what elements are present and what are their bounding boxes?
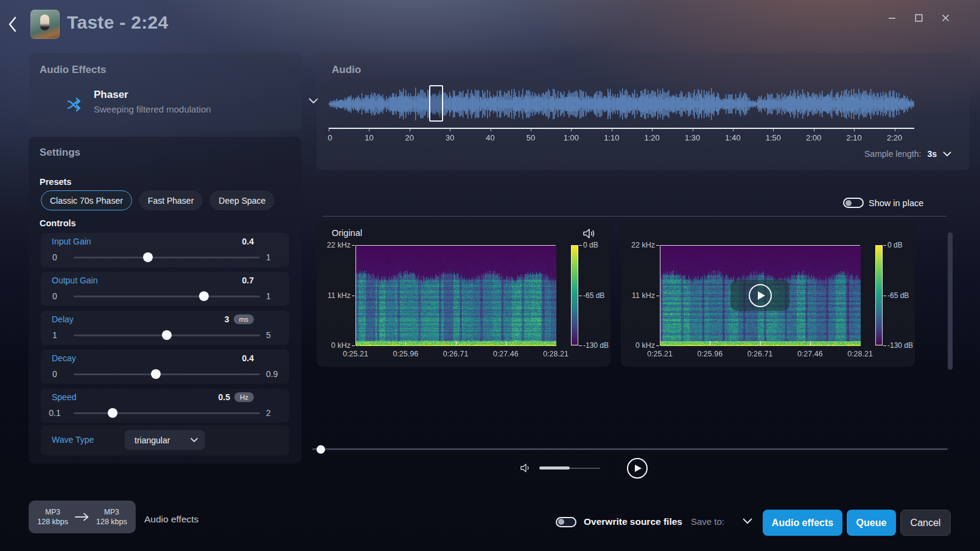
- target-bitrate: 128 kbps: [96, 517, 127, 527]
- slider-min-label: 0: [41, 291, 69, 301]
- slider-value: 0.4: [242, 353, 254, 363]
- slider-track[interactable]: [74, 373, 260, 375]
- freq-tick-label: 22 kHz: [320, 241, 351, 249]
- presets-row: Classic 70s PhaserFast PhaserDeep Space: [41, 190, 275, 210]
- freq-tick-mark: [656, 245, 659, 246]
- db-tick-mark: [579, 345, 582, 346]
- slider-track[interactable]: [74, 412, 260, 414]
- db-tick-mark: [883, 345, 886, 346]
- freq-tick-label: 11 kHz: [320, 291, 351, 300]
- db-tick-mark: [579, 245, 582, 246]
- time-tick-mark: [814, 129, 814, 131]
- freq-tick-label: 22 kHz: [625, 241, 655, 249]
- volume-rest: [570, 468, 600, 469]
- toggle-knob: [845, 200, 852, 206]
- slider-label: Input Gain: [52, 237, 91, 246]
- spec-time-tick-label: 0:28.21: [847, 350, 873, 358]
- slider-card-decay: Decay0.400.9: [41, 350, 289, 384]
- time-tick-mark: [491, 129, 491, 131]
- time-tick-label: 1:40: [725, 133, 740, 142]
- preset-button-classic-70s-phaser[interactable]: Classic 70s Phaser: [41, 190, 132, 210]
- audio-effects-button[interactable]: Audio effects: [763, 510, 842, 536]
- slider-track[interactable]: [74, 296, 260, 297]
- preview-volume-button[interactable]: [581, 227, 597, 242]
- time-tick-mark: [652, 129, 653, 131]
- db-tick-label: 0 dB: [583, 241, 614, 249]
- progress-thumb[interactable]: [317, 445, 325, 454]
- overwrite-label: Overwrite source files: [584, 516, 682, 527]
- slider-thumb[interactable]: [108, 408, 117, 418]
- source-format-name: MP3: [37, 507, 68, 517]
- slider-label: Speed: [52, 392, 76, 402]
- sample-length-label: Sample length:: [864, 149, 921, 159]
- slider-max-label: 5: [266, 330, 289, 340]
- close-button[interactable]: [936, 9, 954, 27]
- slider-label: Output Gain: [52, 276, 98, 285]
- chevron-down-icon: [943, 151, 951, 157]
- save-to-select[interactable]: [741, 516, 754, 527]
- speaker-icon: [583, 228, 596, 239]
- time-tick-mark: [329, 129, 329, 131]
- spec-time-tick-mark: [710, 341, 710, 345]
- overwrite-toggle[interactable]: [556, 517, 576, 527]
- slider-min-label: 0: [41, 369, 69, 379]
- back-button[interactable]: [4, 15, 22, 35]
- slider-value: 3: [225, 314, 229, 324]
- db-tick-label: -130 dB: [887, 341, 918, 350]
- waveform-canvas[interactable]: [329, 81, 914, 127]
- wave-type-select[interactable]: triangular: [125, 430, 205, 450]
- close-icon: [942, 14, 950, 22]
- preset-button-deep-space[interactable]: Deep Space: [209, 190, 275, 210]
- spec-time-tick-label: 0:25.21: [647, 350, 673, 358]
- slider-max-label: 1: [266, 252, 289, 262]
- phaser-shuffle-icon: [66, 95, 85, 114]
- slider-track[interactable]: [74, 334, 260, 336]
- play-button[interactable]: [627, 458, 648, 479]
- db-tick-mark: [883, 245, 886, 246]
- volume-control: [511, 455, 609, 481]
- toggle-knob: [558, 519, 564, 525]
- time-tick-label: 10: [365, 133, 373, 142]
- slider-card-delay: Delay3ms15: [41, 311, 289, 345]
- slider-thumb[interactable]: [143, 252, 153, 262]
- db-tick-label: -130 dB: [583, 341, 614, 350]
- preset-button-fast-phaser[interactable]: Fast Phaser: [139, 190, 203, 210]
- minimize-button[interactable]: [883, 9, 901, 27]
- slider-value: 0.4: [242, 237, 254, 246]
- show-in-place-toggle[interactable]: [843, 198, 864, 208]
- volume-slider[interactable]: [539, 466, 600, 470]
- cancel-button[interactable]: Cancel: [900, 510, 951, 536]
- play-icon: [749, 284, 772, 307]
- time-tick-label: 40: [486, 133, 494, 142]
- spec-time-tick-mark: [456, 341, 457, 345]
- time-tick-mark: [733, 129, 733, 131]
- slider-track[interactable]: [74, 257, 260, 258]
- wave-type-label: Wave Type: [52, 435, 94, 445]
- time-tick-mark: [895, 129, 895, 131]
- spec-time-tick-label: 0:27.46: [797, 350, 823, 358]
- time-tick-mark: [450, 129, 450, 131]
- play-container: [619, 455, 656, 481]
- sample-length-control[interactable]: Sample length: 3s: [864, 149, 951, 159]
- time-tick-label: 1:50: [766, 133, 781, 142]
- playback-progress-slider[interactable]: [312, 448, 948, 450]
- play-preview-button[interactable]: [730, 280, 789, 311]
- settings-title: Settings: [40, 147, 80, 159]
- slider-thumb[interactable]: [151, 369, 161, 379]
- queue-button[interactable]: Queue: [847, 510, 896, 536]
- audio-title: Audio: [332, 64, 361, 76]
- slider-thumb[interactable]: [199, 291, 209, 301]
- wave-type-value: triangular: [135, 435, 170, 445]
- album-art: [30, 10, 60, 39]
- speaker-icon: [520, 463, 532, 473]
- waveform-selection[interactable]: [429, 85, 443, 122]
- slider-unit-badge: ms: [234, 314, 254, 324]
- effect-selector[interactable]: Phaser Sweeping filtered modulation: [66, 88, 298, 120]
- format-conversion-pill[interactable]: MP3 128 kbps MP3 128 kbps: [29, 501, 136, 533]
- time-tick-label: 0: [328, 133, 332, 142]
- maximize-button[interactable]: [909, 9, 928, 27]
- vertical-scrollbar[interactable]: [948, 232, 953, 370]
- chevron-left-icon: [6, 15, 19, 33]
- spec-time-tick-label: 0:28.21: [543, 350, 569, 358]
- slider-thumb[interactable]: [162, 330, 172, 340]
